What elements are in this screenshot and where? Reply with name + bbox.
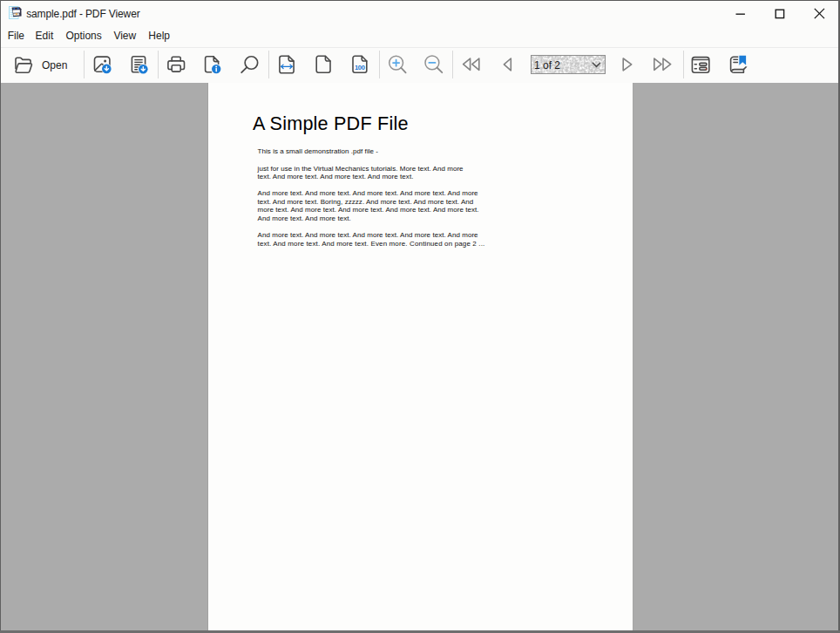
svg-text:100: 100 xyxy=(355,64,365,71)
